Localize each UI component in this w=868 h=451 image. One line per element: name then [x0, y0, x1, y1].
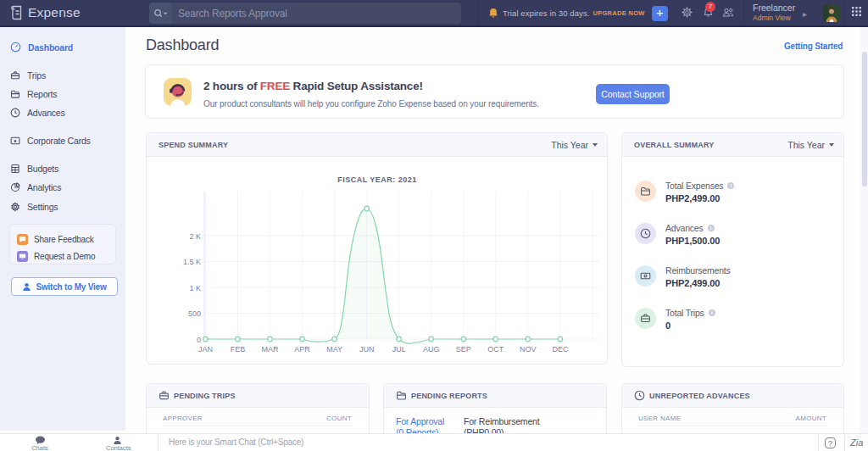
svg-text:MAR: MAR [262, 345, 280, 354]
svg-text:FISCAL YEAR: 2021: FISCAL YEAR: 2021 [337, 175, 417, 184]
svg-text:JUN: JUN [359, 345, 375, 354]
svg-text:0: 0 [197, 336, 201, 344]
svg-text:DEC: DEC [552, 345, 569, 354]
svg-text:AUG: AUG [423, 345, 440, 354]
svg-text:500: 500 [188, 309, 201, 318]
svg-text:OCT: OCT [487, 345, 504, 354]
svg-text:JAN: JAN [198, 345, 213, 354]
svg-text:NOV: NOV [520, 345, 537, 354]
svg-text:1.5 K: 1.5 K [183, 258, 201, 266]
svg-text:2 K: 2 K [189, 232, 201, 241]
svg-text:1 K: 1 K [189, 284, 201, 292]
svg-text:APR: APR [294, 345, 310, 354]
svg-text:SEP: SEP [456, 345, 471, 354]
svg-text:JUL: JUL [392, 345, 406, 354]
svg-text:FEB: FEB [231, 345, 246, 354]
svg-text:MAY: MAY [326, 345, 342, 354]
